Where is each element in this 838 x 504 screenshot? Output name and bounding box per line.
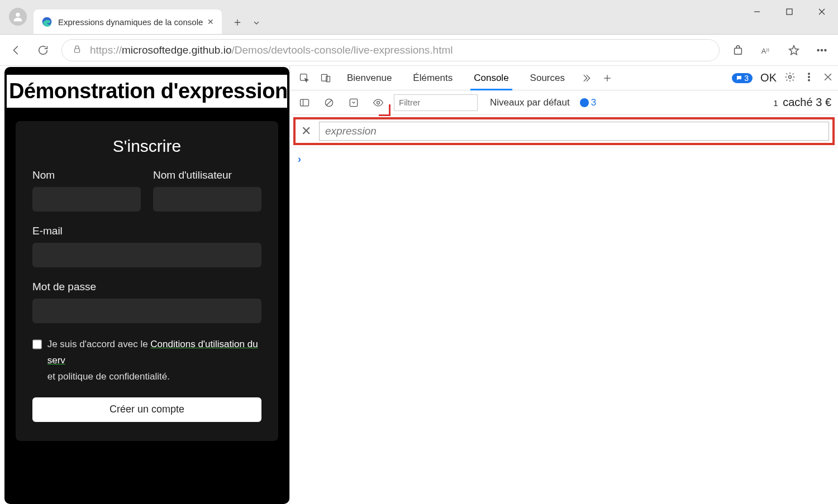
agree-prefix-text: Je suis d'accord avec le bbox=[47, 339, 151, 349]
svg-point-13 bbox=[789, 75, 792, 78]
url-path: /Demos/devtools-console/live-expressions… bbox=[231, 44, 453, 56]
lock-icon[interactable] bbox=[72, 44, 82, 56]
svg-rect-17 bbox=[301, 99, 309, 106]
profile-avatar[interactable] bbox=[9, 8, 27, 26]
clear-console-icon[interactable] bbox=[320, 94, 338, 112]
close-window-button[interactable] bbox=[806, 0, 838, 23]
context-selector-icon[interactable] bbox=[345, 94, 363, 112]
tabs-chevron-icon[interactable] bbox=[250, 16, 263, 30]
inspect-element-icon[interactable] bbox=[296, 69, 313, 87]
hidden-messages[interactable]: 1 caché 3 € bbox=[773, 96, 831, 109]
window-controls bbox=[741, 0, 838, 23]
more-menu-icon[interactable] bbox=[813, 42, 830, 59]
console-body[interactable]: › bbox=[290, 147, 838, 504]
edge-logo-icon bbox=[41, 16, 53, 27]
expression-close-icon[interactable]: ✕ bbox=[299, 124, 313, 138]
agree-suffix-text: et politique de confidentialité. bbox=[47, 371, 170, 382]
hidden-suffix: 3 bbox=[816, 96, 822, 108]
devtools-close-icon[interactable] bbox=[822, 71, 834, 85]
settings-gear-icon[interactable] bbox=[784, 71, 796, 85]
tab-welcome[interactable]: Bienvenue bbox=[338, 66, 401, 90]
levels-count-badge[interactable]: 3 bbox=[580, 97, 596, 108]
email-label: E-mail bbox=[32, 225, 261, 237]
password-input[interactable] bbox=[32, 299, 261, 323]
svg-rect-3 bbox=[787, 9, 792, 15]
hidden-prefix: 1 bbox=[773, 98, 778, 108]
svg-point-8 bbox=[821, 49, 823, 51]
title-prefix: Démonstration d'expressions en direct bbox=[9, 79, 289, 103]
expression-input[interactable] bbox=[319, 122, 829, 141]
issues-badge[interactable]: 3 bbox=[732, 73, 753, 83]
url-text: https://microsoftedge.github.io/Demos/de… bbox=[90, 44, 453, 56]
hidden-label: caché bbox=[783, 96, 812, 108]
form-heading: S'inscrire bbox=[32, 137, 261, 156]
back-button[interactable] bbox=[8, 42, 25, 59]
svg-point-9 bbox=[825, 49, 826, 51]
main-split: Démonstration d'expressions en direct % … bbox=[0, 66, 838, 504]
svg-rect-5 bbox=[735, 48, 742, 54]
svg-point-0 bbox=[16, 13, 20, 17]
tab-console[interactable]: Console bbox=[465, 66, 517, 90]
device-toggle-icon[interactable] bbox=[317, 69, 335, 87]
maximize-button[interactable] bbox=[773, 0, 806, 23]
svg-point-15 bbox=[808, 76, 810, 78]
browser-toolbar: https://microsoftedge.github.io/Demos/de… bbox=[0, 35, 838, 66]
hidden-currency: € bbox=[825, 96, 831, 108]
new-tab-button[interactable]: ＋ bbox=[227, 12, 247, 32]
person-icon bbox=[12, 11, 24, 23]
minimize-button[interactable] bbox=[741, 0, 773, 23]
shopping-icon[interactable] bbox=[730, 42, 746, 59]
email-input[interactable] bbox=[32, 243, 261, 267]
signup-form: S'inscrire Nom Nom d'utilisateur E-mail bbox=[16, 121, 278, 441]
create-account-button[interactable]: Créer un compte bbox=[32, 397, 261, 422]
name-input[interactable] bbox=[32, 187, 141, 212]
agree-row: Je suis d'accord avec le Conditions d'ut… bbox=[32, 337, 261, 385]
name-label: Nom bbox=[32, 169, 141, 181]
filter-input[interactable] bbox=[394, 94, 478, 111]
agree-checkbox[interactable] bbox=[32, 339, 42, 349]
read-aloud-icon[interactable]: A⁾⁾ bbox=[758, 42, 774, 59]
svg-text:A⁾⁾: A⁾⁾ bbox=[761, 46, 770, 55]
live-expression-eye-icon[interactable] bbox=[369, 94, 387, 112]
devtools-panel: Bienvenue Éléments Console Sources 3 OK bbox=[289, 66, 838, 504]
issues-count: 3 bbox=[744, 74, 749, 83]
console-toolbar: Niveaux par défaut 3 1 caché 3 € bbox=[290, 90, 838, 115]
ok-status: OK bbox=[760, 71, 777, 84]
url-domain: microsoftedge.github.io bbox=[122, 44, 231, 56]
page-title: Démonstration d'expressions en direct % … bbox=[7, 75, 287, 108]
url-protocol: https:// bbox=[90, 44, 122, 56]
tab-close-icon[interactable]: ✕ bbox=[207, 17, 214, 26]
password-label: Mot de passe bbox=[32, 281, 261, 293]
browser-tab[interactable]: Expressions dynamiques de la console ✕ bbox=[34, 9, 222, 34]
svg-rect-4 bbox=[75, 49, 80, 52]
new-tab-devtools-icon[interactable] bbox=[598, 69, 616, 87]
username-input[interactable] bbox=[153, 187, 261, 212]
address-bar[interactable]: https://microsoftedge.github.io/Demos/de… bbox=[61, 39, 720, 61]
live-expression-row: ✕ bbox=[293, 117, 835, 145]
tab-elements[interactable]: Éléments bbox=[404, 66, 461, 90]
svg-point-14 bbox=[808, 73, 810, 74]
svg-point-16 bbox=[808, 79, 810, 81]
levels-count: 3 bbox=[591, 97, 596, 108]
favorite-icon[interactable] bbox=[785, 42, 802, 59]
chat-icon bbox=[736, 75, 742, 81]
console-prompt-caret-icon: › bbox=[298, 153, 301, 165]
svg-point-7 bbox=[817, 49, 819, 51]
refresh-button[interactable] bbox=[35, 42, 51, 59]
devtools-tabbar: Bienvenue Éléments Console Sources 3 OK bbox=[290, 66, 838, 90]
browser-tab-strip: Expressions dynamiques de la console ✕ ＋ bbox=[0, 0, 838, 35]
page-content: Démonstration d'expressions en direct % … bbox=[4, 67, 289, 504]
svg-point-21 bbox=[377, 101, 380, 104]
username-label: Nom d'utilisateur bbox=[153, 169, 261, 181]
devtools-more-icon[interactable] bbox=[803, 71, 815, 85]
tab-sources[interactable]: Sources bbox=[521, 66, 574, 90]
sidebar-toggle-icon[interactable] bbox=[296, 94, 313, 112]
more-tabs-icon[interactable] bbox=[577, 69, 595, 87]
log-levels-label[interactable]: Niveaux par défaut bbox=[490, 97, 570, 108]
tab-title: Expressions dynamiques de la console bbox=[58, 17, 203, 27]
